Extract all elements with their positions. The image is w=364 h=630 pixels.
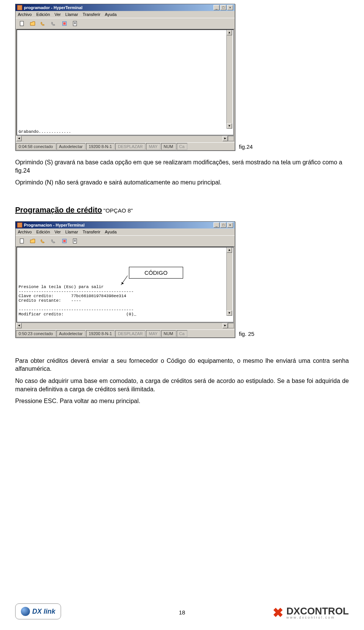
status-ca: Ca <box>177 143 187 150</box>
scroll-right-icon[interactable]: ► <box>223 323 228 328</box>
status-may: MAY <box>146 143 160 150</box>
x-mark-icon: ✖ <box>273 608 283 618</box>
terminal-text-2: Presione la tecla (Esc) para salir -----… <box>19 280 226 321</box>
resize-grip-icon[interactable] <box>228 323 234 328</box>
new-icon[interactable] <box>18 20 26 27</box>
minimize-button[interactable]: _ <box>213 222 220 228</box>
hangup-icon[interactable] <box>50 237 58 245</box>
titlebar-1: programador - HyperTerminal _ □ × <box>16 4 235 11</box>
close-button[interactable]: × <box>227 5 233 10</box>
maximize-button[interactable]: □ <box>220 222 226 228</box>
scroll-right-icon[interactable]: ► <box>223 136 228 141</box>
terminal-text-1: Grabando............. <box>19 129 71 134</box>
toolbar-1 <box>16 18 235 29</box>
status-num: NUM <box>161 330 176 337</box>
call-icon[interactable] <box>39 20 47 27</box>
scroll-up-icon[interactable]: ▲ <box>227 247 232 253</box>
fig25-caption: fig. 25 <box>239 331 254 337</box>
menu-transferir[interactable]: Transferir <box>83 12 100 17</box>
scrollbar-vertical[interactable]: ▲ ▼ <box>226 247 232 316</box>
send-icon[interactable] <box>60 20 69 27</box>
dxlink-logo: DX link <box>15 603 61 619</box>
status-detect: Autodetectar <box>56 330 85 337</box>
scroll-up-icon[interactable]: ▲ <box>227 30 232 35</box>
menu-archivo[interactable]: Archivo <box>18 12 32 17</box>
close-button[interactable]: × <box>227 222 233 228</box>
window-title-1: programador - HyperTerminal <box>24 5 213 10</box>
svg-rect-0 <box>20 21 24 26</box>
menu-ayuda[interactable]: Ayuda <box>105 12 117 17</box>
status-detect: Autodetectar <box>56 143 85 150</box>
globe-icon <box>21 607 30 616</box>
page-footer: DX link 18 ✖ DXCONTROL www.dxcontrol.com <box>15 603 349 619</box>
hyperterminal-window-1: programador - HyperTerminal _ □ × Archiv… <box>15 4 235 151</box>
dxcontrol-logo: ✖ DXCONTROL www.dxcontrol.com <box>273 606 349 619</box>
figure-24-row: programador - HyperTerminal _ □ × Archiv… <box>15 4 349 151</box>
menu-ayuda[interactable]: Ayuda <box>105 230 117 234</box>
status-conn: 19200 8-N-1 <box>86 330 115 337</box>
page-number: 18 <box>179 609 185 616</box>
menu-llamar[interactable]: Llamar <box>65 230 78 234</box>
section-heading-row: Programação de crédito "OPÇAO 8" <box>15 206 349 214</box>
new-icon[interactable] <box>18 237 26 245</box>
window-title-2: Programacion - HyperTerminal <box>24 223 213 227</box>
hangup-icon[interactable] <box>50 20 58 27</box>
menu-ver[interactable]: Ver <box>55 230 61 234</box>
status-time: 0:50:23 conectado <box>16 330 56 337</box>
properties-icon[interactable] <box>71 20 79 27</box>
scroll-down-icon[interactable]: ▼ <box>227 123 232 129</box>
terminal-1[interactable]: Grabando............. ▲ ▼ <box>16 29 234 135</box>
paragraph-5: Pressione ESC. Para voltar ao menu princ… <box>15 397 349 405</box>
app-icon <box>17 222 22 228</box>
figure-25-row: CÓDIGO Programacion - HyperTerminal _ □ … <box>15 221 349 338</box>
status-may: MAY <box>146 330 160 337</box>
window-buttons: _ □ × <box>213 5 233 10</box>
section-title: Programação de crédito <box>15 206 102 214</box>
menu-edicion[interactable]: Edición <box>36 230 50 234</box>
paragraph-1: Oprimindo (S) gravará na base cada opção… <box>15 158 349 175</box>
scroll-left-icon[interactable]: ◄ <box>16 323 22 328</box>
menu-ver[interactable]: Ver <box>55 12 61 17</box>
resize-grip-icon[interactable] <box>228 136 234 141</box>
dxlink-text: DX link <box>32 608 55 616</box>
client-area-2: Presione la tecla (Esc) para salir -----… <box>16 247 235 329</box>
scroll-left-icon[interactable]: ◄ <box>16 136 22 141</box>
status-ca: Ca <box>177 330 187 337</box>
scroll-down-icon[interactable]: ▼ <box>227 310 232 316</box>
menubar-2: Archivo Edición Ver Llamar Transferir Ay… <box>16 228 235 235</box>
terminal-2[interactable]: Presione la tecla (Esc) para salir -----… <box>16 247 234 323</box>
open-icon[interactable] <box>28 20 37 27</box>
paragraph-3: Para obter créditos deverá enviar a seu … <box>15 357 349 373</box>
open-icon[interactable] <box>28 237 37 245</box>
toolbar-2 <box>16 235 235 247</box>
client-area-1: Grabando............. ▲ ▼ ◄ ► <box>16 29 235 142</box>
call-icon[interactable] <box>39 237 47 245</box>
properties-icon[interactable] <box>71 237 79 245</box>
paragraph-4: No caso de adquirir uma base em comodato… <box>15 377 349 393</box>
scrollbar-horizontal[interactable]: ◄ ► <box>16 135 234 142</box>
window-buttons: _ □ × <box>213 222 233 228</box>
menu-transferir[interactable]: Transferir <box>83 230 100 234</box>
scrollbar-vertical[interactable]: ▲ ▼ <box>226 30 232 129</box>
status-conn: 19200 8-N-1 <box>86 143 115 150</box>
titlebar-2: Programacion - HyperTerminal _ □ × <box>16 222 235 228</box>
menubar-1: Archivo Edición Ver Llamar Transferir Ay… <box>16 11 235 18</box>
dxcontrol-url: www.dxcontrol.com <box>286 616 349 619</box>
svg-rect-3 <box>73 21 77 26</box>
menu-llamar[interactable]: Llamar <box>65 12 78 17</box>
menu-edicion[interactable]: Edición <box>36 12 50 17</box>
paragraph-2: Oprimindo (N) não será gravado e sairá a… <box>15 178 349 187</box>
send-icon[interactable] <box>60 237 69 245</box>
status-desplazar: DESPLAZAR <box>115 143 145 150</box>
app-icon <box>17 5 22 10</box>
minimize-button[interactable]: _ <box>213 5 220 10</box>
svg-rect-6 <box>63 240 66 242</box>
status-num: NUM <box>161 143 176 150</box>
fig24-caption: fig.24 <box>239 143 253 150</box>
scrollbar-horizontal[interactable]: ◄ ► <box>16 323 234 329</box>
svg-rect-7 <box>73 239 77 243</box>
statusbar-1: 0:04:58 conectado Autodetectar 19200 8-N… <box>16 142 235 150</box>
status-desplazar: DESPLAZAR <box>115 330 145 337</box>
menu-archivo[interactable]: Archivo <box>18 230 32 234</box>
maximize-button[interactable]: □ <box>220 5 226 10</box>
